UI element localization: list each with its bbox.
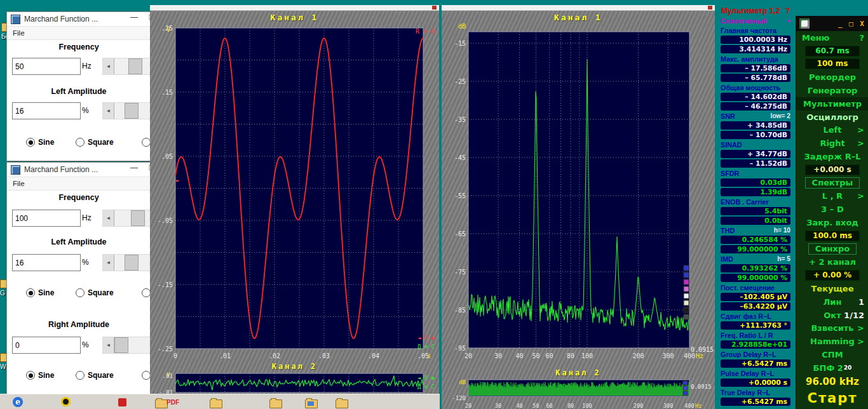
scroll-left-icon[interactable]: ◄ xyxy=(103,337,114,353)
svg-text:Hz: Hz xyxy=(696,352,703,359)
panel-item-closed-input[interactable]: Закр. вход xyxy=(796,216,868,229)
radio-square[interactable]: Square xyxy=(76,371,114,380)
panel-item-current[interactable]: Текущее xyxy=(796,282,868,295)
panel-item-fft[interactable]: БПФ 220 xyxy=(796,361,868,375)
panel-item-oct[interactable]: Окт1/12 xyxy=(796,309,868,322)
menu-file[interactable]: File xyxy=(13,29,25,37)
panel-item-sample-rate[interactable]: 96.00 kHz xyxy=(796,375,868,389)
svg-text:-.05: -.05 xyxy=(158,217,173,224)
left-amplitude-input[interactable] xyxy=(12,102,81,119)
scroll-left-icon[interactable]: ◄ xyxy=(103,255,114,271)
panel-item-time-readout[interactable]: 60.7 ms xyxy=(796,44,868,58)
svg-text:-65: -65 xyxy=(454,231,466,238)
multimeter-label-row: Freq. Ratio L / R xyxy=(718,330,793,340)
panel-item-percent[interactable]: + 0.00 % xyxy=(796,269,868,282)
multimeter-value-row: – 10.70dB xyxy=(718,130,793,140)
window-strip[interactable] xyxy=(150,5,439,11)
multimeter-value: +111.3763 ° xyxy=(740,321,787,330)
panel-item-label: Меню xyxy=(802,33,829,43)
svg-text:-55: -55 xyxy=(454,192,466,199)
radio-sine[interactable]: Sine xyxy=(26,288,54,297)
panel-item-3d[interactable]: 3 – D xyxy=(796,203,868,216)
multimeter-value-row: +111.3763 ° xyxy=(718,321,793,330)
panel-item-lr[interactable]: L , R> xyxy=(796,190,868,203)
close-icon[interactable] xyxy=(708,6,712,10)
panel-item-spm[interactable]: СПМ xyxy=(796,348,868,361)
svg-text:400: 400 xyxy=(684,403,694,409)
panel-item-left[interactable]: Left> xyxy=(796,124,868,137)
svg-text:50: 50 xyxy=(532,403,539,409)
close-icon[interactable] xyxy=(432,6,437,10)
panel-item-recorder[interactable]: Рекордер xyxy=(796,70,868,84)
panel-item-time-window[interactable]: 100 ms xyxy=(796,58,868,71)
panel-item-oscilloscope[interactable]: Осциллогр xyxy=(796,111,868,124)
right-amplitude-input[interactable] xyxy=(12,337,81,354)
taskbar-icon-folder[interactable] xyxy=(336,399,348,408)
taskbar-icon-folder[interactable] xyxy=(155,399,168,408)
taskbar[interactable]: ePDF xyxy=(0,394,440,409)
scroll-thumb[interactable] xyxy=(128,58,142,74)
panel-item-menu[interactable]: Меню? xyxy=(796,31,868,44)
titlebar[interactable]: Marchand Function ... — ❐ xyxy=(7,12,163,27)
frequency-input[interactable] xyxy=(12,58,81,75)
taskbar-icon-pdf[interactable]: PDF xyxy=(166,399,179,406)
radio-square[interactable]: Square xyxy=(76,138,114,147)
scroll-left-icon[interactable]: ◄ xyxy=(103,210,114,226)
scroll-thumb[interactable] xyxy=(125,255,139,271)
panel-item-plus-2-channel[interactable]: + 2 канал xyxy=(796,256,868,269)
radio-sine[interactable]: Sine xyxy=(26,138,54,147)
minimize-button[interactable]: — xyxy=(128,163,140,172)
panel-item-lin[interactable]: Лин1 xyxy=(796,295,868,309)
taskbar-icon-red[interactable] xyxy=(118,398,126,406)
panel-item-weighting[interactable]: Взвесить> xyxy=(796,322,868,335)
titlebar[interactable]: Marchand Function ... — ❐ xyxy=(7,163,163,177)
scroll-left-icon[interactable]: ◄ xyxy=(103,58,114,74)
panel-item-start[interactable]: Старт xyxy=(796,389,868,408)
taskbar-icon-folder[interactable] xyxy=(210,399,222,408)
panel-item-label: L , R xyxy=(822,191,843,201)
panel-item-delay-rl[interactable]: Задерж R–L xyxy=(796,150,868,163)
window-buttons[interactable]: _ □ X xyxy=(838,20,865,28)
multimeter-title-row: Мультиметр 1,2 ? xyxy=(718,5,793,16)
panel-item-label: Рекордер xyxy=(809,72,856,82)
multimeter-label-extra: h= 5 xyxy=(777,255,790,262)
scroll-thumb[interactable] xyxy=(125,103,139,119)
left-amplitude-unit: % xyxy=(82,106,89,115)
cursor-readout: 0.0915 xyxy=(691,384,712,390)
panel-item-window-ms[interactable]: 100.0 ms xyxy=(796,229,868,243)
menu-file[interactable]: File xyxy=(13,180,25,187)
panel-item-label: Взвесить xyxy=(811,323,853,333)
panel-item-generator[interactable]: Генератор xyxy=(796,84,868,97)
help-icon[interactable]: ? xyxy=(785,6,790,15)
window-strip[interactable] xyxy=(442,5,715,11)
panel-item-right[interactable]: Right> xyxy=(796,137,868,150)
multimeter-value: –102.405 µV xyxy=(740,293,787,301)
svg-text:-35: -35 xyxy=(454,116,466,123)
taskbar-icon-folder[interactable] xyxy=(269,399,282,408)
panel-item-delay-value[interactable]: +0.000 s xyxy=(796,163,868,177)
frequency-input[interactable] xyxy=(12,210,81,227)
scroll-left-icon[interactable]: ◄ xyxy=(103,103,114,119)
panel-item-hamming[interactable]: Hamming> xyxy=(796,335,868,348)
left-amplitude-input[interactable] xyxy=(12,254,81,271)
taskbar-icon-round[interactable] xyxy=(61,397,71,406)
scope-ch2-title: Канал 2 xyxy=(150,362,439,371)
multimeter-label-row: IMDh= 5 xyxy=(718,254,793,264)
multimeter-value-row: 0.03dB xyxy=(718,178,793,187)
panel-item-multimeter[interactable]: Мультиметр xyxy=(796,97,868,111)
svg-text:300: 300 xyxy=(663,403,673,409)
panel-item-spectra[interactable]: Спектры xyxy=(796,177,868,190)
multimeter-value: 5.4bit xyxy=(764,207,787,215)
scroll-thumb[interactable] xyxy=(131,210,145,226)
multimeter-value: 1.39dB xyxy=(760,188,787,196)
scroll-thumb[interactable] xyxy=(114,337,128,353)
left-amplitude-unit: % xyxy=(82,258,89,267)
taskbar-icon-folder-image[interactable] xyxy=(305,399,318,408)
radio-square[interactable]: Square xyxy=(76,288,114,297)
control-panel-titlebar[interactable]: _ □ X xyxy=(796,16,868,31)
panel-item-sync[interactable]: Синхро xyxy=(796,243,868,256)
multimeter-label-row: ENOB . Carrier xyxy=(718,197,793,206)
minimize-button[interactable]: — xyxy=(128,13,140,22)
radio-sine[interactable]: Sine xyxy=(26,371,54,380)
taskbar-icon-ie[interactable]: e xyxy=(13,397,23,407)
